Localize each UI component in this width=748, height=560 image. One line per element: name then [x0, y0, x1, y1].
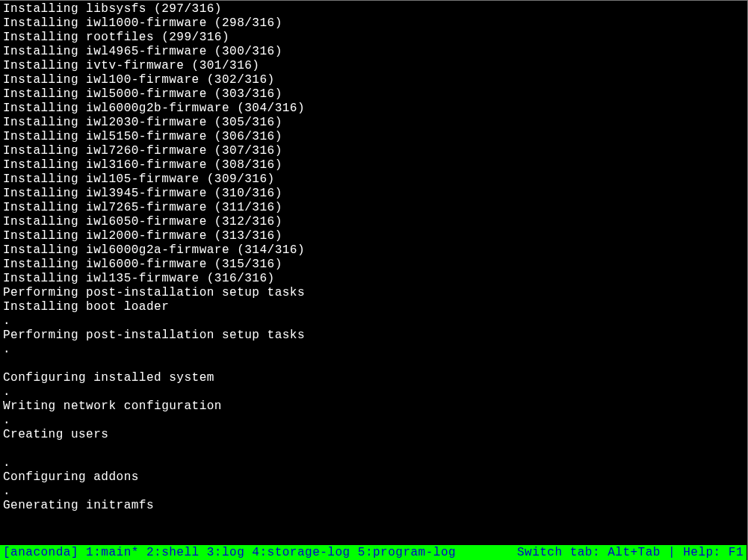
terminal-line: Installing iwl1000-firmware (298/316) [3, 16, 744, 31]
terminal-line: Installing iwl105-firmware (309/316) [3, 172, 744, 187]
terminal-line: Installing iwl6000g2a-firmware (314/316) [3, 243, 744, 258]
terminal-line: Configuring addons [3, 470, 744, 485]
terminal-line: Installing iwl2030-firmware (305/316) [3, 116, 744, 130]
terminal-line: . [3, 385, 744, 399]
terminal-line [3, 442, 744, 456]
terminal-line: Writing network configuration [3, 399, 744, 414]
terminal-line [3, 357, 744, 371]
terminal-line: Installing boot loader [3, 300, 744, 314]
terminal-line: . [3, 414, 744, 428]
terminal-line: Installing iwl3160-firmware (308/316) [3, 158, 744, 172]
terminal-line: Performing post-installation setup tasks [3, 286, 744, 300]
terminal-line: . [3, 314, 744, 329]
status-bar-left: [anaconda] 1:main* 2:shell 3:log 4:stora… [3, 546, 456, 559]
terminal-line: Installing iwl5150-firmware (306/316) [3, 130, 744, 144]
terminal-line: Installing iwl6000-firmware (315/316) [3, 258, 744, 272]
terminal-line: Installing iwl100-firmware (302/316) [3, 73, 744, 87]
status-bar: [anaconda] 1:main* 2:shell 3:log 4:stora… [0, 545, 747, 560]
terminal-line: Installing iwl3945-firmware (310/316) [3, 187, 744, 201]
terminal-line: . [3, 456, 744, 470]
terminal-line: . [3, 343, 744, 357]
terminal-line: Installing iwl2000-firmware (313/316) [3, 229, 744, 243]
terminal-output: Installing libsysfs (297/316)Installing … [0, 1, 747, 529]
terminal-line: Performing post-installation setup tasks [3, 329, 744, 343]
terminal-line: . [3, 485, 744, 499]
terminal-line: Configuring installed system [3, 371, 744, 385]
terminal-line: Installing ivtv-firmware (301/316) [3, 59, 744, 73]
terminal-line: Installing iwl5000-firmware (303/316) [3, 87, 744, 102]
terminal-line: Installing iwl7260-firmware (307/316) [3, 144, 744, 158]
terminal-line: Installing iwl6050-firmware (312/316) [3, 215, 744, 229]
terminal-line: Installing libsysfs (297/316) [3, 2, 744, 16]
terminal-line: Installing iwl6000g2b-firmware (304/316) [3, 102, 744, 116]
terminal-line [3, 513, 744, 527]
terminal-line: Creating users [3, 428, 744, 442]
terminal-line: Installing iwl7265-firmware (311/316) [3, 201, 744, 215]
terminal-line: Installing iwl135-firmware (316/316) [3, 272, 744, 286]
terminal-line: Installing rootfiles (299/316) [3, 31, 744, 45]
status-bar-right: Switch tab: Alt+Tab | Help: F1 [517, 546, 744, 559]
terminal-line: Generating initramfs [3, 499, 744, 513]
terminal-line: Installing iwl4965-firmware (300/316) [3, 45, 744, 59]
